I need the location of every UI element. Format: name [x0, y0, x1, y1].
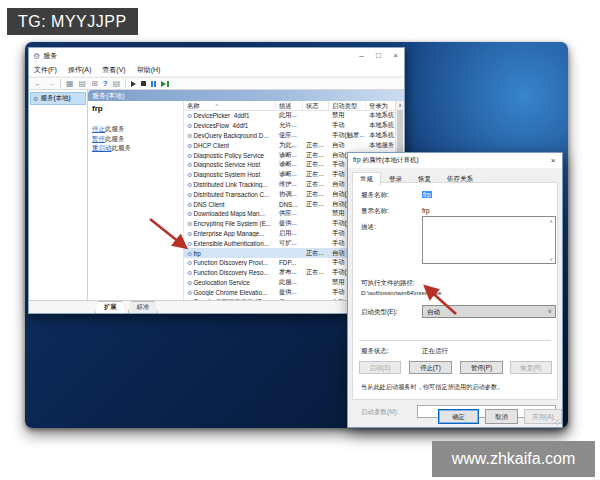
service-gear-icon: ⚙ [187, 290, 192, 296]
services-node-icon: ⚙ [33, 95, 38, 102]
tab-extended[interactable]: 扩展 [95, 301, 126, 313]
watermark: www.zhkaifa.com [432, 441, 595, 477]
services-window-title: 服务 [43, 51, 353, 61]
menu-file[interactable]: 文件(F) [34, 65, 57, 75]
close-button[interactable]: × [387, 48, 404, 64]
textarea-scroll-down-icon[interactable]: ∨ [548, 256, 554, 262]
description-textarea[interactable]: ∧ ∨ [422, 216, 556, 264]
stop-button[interactable]: 停止(T) [409, 361, 452, 374]
column-header-name[interactable]: 名称^ [184, 101, 276, 110]
back-icon[interactable]: ← [34, 78, 42, 89]
service-status-value: 正在运行 [422, 347, 448, 356]
exe-path-label: 可执行文件的路径: [361, 279, 415, 288]
service-gear-icon: ⚙ [187, 182, 192, 188]
toolbar-separator [125, 79, 126, 88]
ok-button[interactable]: 确定 [438, 409, 479, 424]
service-gear-icon: ⚙ [187, 143, 192, 149]
textarea-scroll-up-icon[interactable]: ∧ [548, 218, 554, 224]
service-gear-icon: ⚙ [187, 231, 192, 237]
console-tree-pane: ⚙ 服务(本地) [29, 90, 88, 300]
service-name-value: frp [422, 191, 432, 198]
service-gear-icon: ⚙ [187, 153, 192, 159]
column-header-status[interactable]: 状态 [303, 101, 329, 110]
menu-bar: 文件(F) 操作(A) 查看(V) 帮助(H) [29, 64, 404, 77]
tab-logon[interactable]: 登录 [381, 172, 410, 186]
description-label: 描述: [361, 223, 376, 232]
service-gear-icon: ⚙ [187, 280, 192, 286]
selected-service-name: frp [92, 104, 183, 113]
service-gear-icon: ⚙ [187, 113, 192, 119]
service-gear-icon: ⚙ [187, 192, 192, 198]
export-list-icon[interactable]: ▤ [79, 78, 87, 89]
service-gear-icon: ⚙ [187, 270, 192, 276]
start-button: 启动(S) [359, 361, 401, 374]
service-gear-icon: ⚙ [187, 251, 192, 257]
service-gear-icon: ⚙ [187, 260, 192, 266]
separator [359, 340, 551, 341]
service-name-label: 服务名称: [361, 191, 389, 200]
forward-icon[interactable]: → [47, 78, 55, 89]
service-gear-icon: ⚙ [187, 202, 192, 208]
service-gear-icon: ⚙ [187, 162, 192, 168]
column-header-description[interactable]: 描述 [276, 101, 303, 110]
service-row[interactable]: ⚙DevicePicker_4ddf1 此用... 禁用 本地系统 [184, 111, 395, 121]
dialog-title: frp 的属性(本地计算机) [353, 156, 544, 165]
sort-asc-icon: ^ [216, 103, 218, 109]
scroll-up-icon[interactable]: ∧ [396, 101, 404, 109]
pause-button[interactable]: 暂停(P) [460, 361, 503, 374]
restart-service-link[interactable]: 重启动此服务 [92, 143, 183, 153]
tab-general[interactable]: 常规 [352, 172, 381, 186]
toolbar: ← → ▦ ▤ ⊞ ? ▤ [29, 77, 404, 90]
service-gear-icon: ⚙ [187, 221, 192, 227]
stop-service-link[interactable]: 停止此服务 [92, 124, 183, 134]
menu-help[interactable]: 帮助(H) [137, 65, 161, 75]
display-name-value: frp [422, 207, 430, 214]
results-banner: 服务(本地) [88, 90, 404, 101]
console-tree-icon[interactable]: ▦ [66, 78, 74, 89]
dialog-tab-strip: 常规 登录 恢复 依存关系 [348, 172, 562, 186]
dialog-titlebar: frp 的属性(本地计算机) × [348, 153, 562, 168]
startup-type-label: 启动类型(E): [361, 308, 397, 317]
startup-params-label: 启动参数(M): [361, 408, 399, 417]
service-gear-icon: ⚙ [187, 241, 192, 247]
tg-badge: TG: MYYJJPP [7, 8, 138, 35]
start-service-icon[interactable] [131, 81, 136, 87]
pause-service-icon[interactable] [151, 81, 156, 87]
resume-button: 恢复(R) [510, 361, 552, 374]
restart-service-icon[interactable] [161, 81, 169, 87]
startup-type-dropdown[interactable]: 自动 ∨ [422, 305, 556, 318]
frp-properties-dialog: frp 的属性(本地计算机) × 常规 登录 恢复 依存关系 服务名称: frp… [347, 152, 563, 428]
view-menu-icon[interactable]: ▤ [113, 78, 121, 89]
cancel-button[interactable]: 取消 [485, 409, 518, 424]
service-gear-icon: ⚙ [187, 211, 192, 217]
menu-view[interactable]: 查看(V) [102, 65, 125, 75]
dropdown-arrow-icon: ∨ [548, 306, 552, 317]
help-icon[interactable]: ? [103, 78, 108, 89]
dialog-close-icon[interactable]: × [544, 156, 562, 165]
pause-service-link[interactable]: 暂停此服务 [92, 134, 183, 144]
menu-action[interactable]: 操作(A) [68, 65, 91, 75]
startup-params-hint: 当从此处启动服务时，你可指定所适用的启动参数。 [361, 383, 556, 392]
tab-dependencies[interactable]: 依存关系 [439, 172, 481, 186]
services-app-icon: ⚙ [33, 52, 40, 61]
column-header-startup-type[interactable]: 启动类型 [329, 101, 366, 110]
minimize-button[interactable]: – [353, 48, 370, 64]
tab-standard[interactable]: 标准 [128, 301, 159, 313]
service-gear-icon: ⚙ [187, 133, 192, 139]
list-header: 名称^ 描述 状态 启动类型 登录为 [184, 101, 404, 111]
tab-recovery[interactable]: 恢复 [410, 172, 439, 186]
stop-service-icon[interactable] [141, 81, 146, 86]
service-row[interactable]: ⚙DevQuery Background D... 使应... 手动(触发...… [184, 131, 395, 141]
service-status-label: 服务状态: [361, 347, 389, 356]
resize-grip[interactable] [554, 419, 560, 425]
toolbar-separator [60, 79, 61, 88]
service-gear-icon: ⚙ [187, 123, 192, 129]
exe-path-value: D:\soft\nssm\win64\nssm.exe [361, 289, 441, 296]
general-tab-page: 服务名称: frp 显示名称: frp 描述: ∧ ∨ 可执行文件的路径: D:… [352, 182, 558, 400]
maximize-button[interactable]: □ [370, 48, 387, 64]
service-row[interactable]: ⚙DevicesFlow_4ddf1 允许... 手动 本地系统 [184, 121, 395, 131]
service-gear-icon: ⚙ [187, 172, 192, 178]
tree-item-services-local[interactable]: ⚙ 服务(本地) [30, 92, 86, 105]
service-row[interactable]: ⚙DHCP Client 为此... 正在... 自动 本地服务 [184, 140, 395, 150]
properties-icon[interactable]: ⊞ [91, 78, 98, 89]
